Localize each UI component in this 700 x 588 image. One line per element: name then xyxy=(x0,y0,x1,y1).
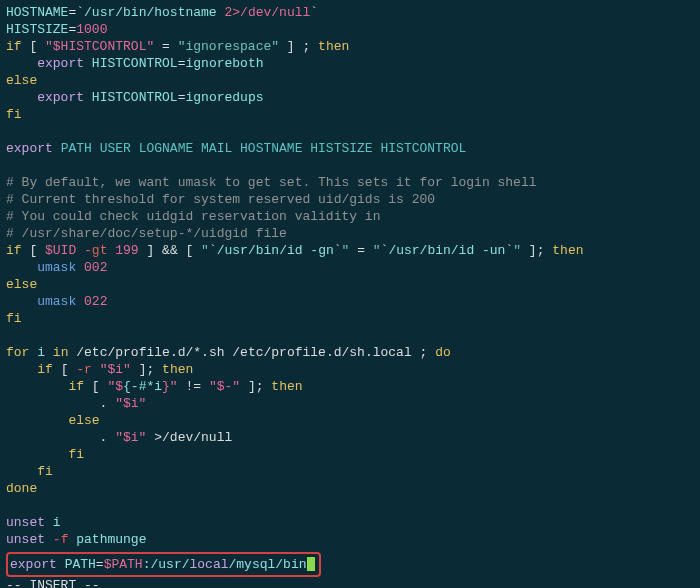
var-name: PATH xyxy=(65,557,96,572)
quote: " xyxy=(201,243,209,258)
cmd: /usr/bin/id -gn xyxy=(217,243,334,258)
var-name: HISTCONTROL xyxy=(92,56,178,71)
devnull: /dev/null xyxy=(162,430,232,445)
editor-content[interactable]: HOSTNAME=`/usr/bin/hostname 2>/dev/null`… xyxy=(6,4,694,548)
keyword-in: in xyxy=(53,345,69,360)
indent xyxy=(6,362,37,377)
keyword-then: then xyxy=(271,379,302,394)
backtick: ` xyxy=(310,5,318,20)
eq-op: = xyxy=(154,39,177,54)
indent xyxy=(6,464,37,479)
space xyxy=(57,557,65,572)
keyword-fi: fi xyxy=(6,311,22,326)
var-name: HISTSIZE xyxy=(6,22,68,37)
path-seg: :/usr/ xyxy=(143,557,190,572)
indent xyxy=(6,294,37,309)
bracket: ]; xyxy=(240,379,271,394)
glob: /etc/profile.d/*.sh /etc/profile.d/sh.lo… xyxy=(76,345,411,360)
amp: && xyxy=(162,243,178,258)
quote: " xyxy=(373,243,381,258)
bracket: [ xyxy=(22,39,45,54)
highlight-box: export PATH=$PATH:/usr/local/mysql/bin xyxy=(6,552,321,577)
redirect: > xyxy=(154,430,162,445)
operator: -gt xyxy=(84,243,107,258)
value: ignoredups xyxy=(185,90,263,105)
indent xyxy=(6,413,68,428)
comment: # Current threshold for system reserved … xyxy=(6,192,435,207)
keyword-if: if xyxy=(68,379,84,394)
mode-indicator: -- INSERT -- xyxy=(6,578,100,588)
space xyxy=(92,362,100,377)
cmd-path: /usr/bin/hostname xyxy=(84,5,224,20)
loop-var: i xyxy=(37,345,45,360)
dot-source: . xyxy=(6,396,115,411)
var-ref: $UID xyxy=(45,243,76,258)
keyword-export: export xyxy=(6,141,53,156)
var-name: HOSTNAME xyxy=(6,5,68,20)
space xyxy=(76,243,84,258)
keyword-if: if xyxy=(6,243,22,258)
keyword-do: do xyxy=(435,345,451,360)
space xyxy=(45,515,53,530)
comment: # By default, we want umask to get set. … xyxy=(6,175,537,190)
keyword-fi: fi xyxy=(68,447,84,462)
value: ignoreboth xyxy=(185,56,263,71)
bracket: ]; xyxy=(521,243,552,258)
cursor-icon xyxy=(307,557,315,571)
path-seg: /mysql/bin xyxy=(229,557,307,572)
keyword-unset: unset xyxy=(6,515,45,530)
keyword-else: else xyxy=(6,277,37,292)
bracket: [ xyxy=(84,379,107,394)
bracket: ] ; xyxy=(279,39,318,54)
comment: # /usr/share/doc/setup-*/uidgid file xyxy=(6,226,287,241)
flag: -f xyxy=(53,532,69,547)
keyword-if: if xyxy=(6,39,22,54)
bracket: [ xyxy=(178,243,201,258)
sep: ; xyxy=(412,345,435,360)
var-ref: "$HISTCONTROL" xyxy=(45,39,154,54)
var-ref: "$i" xyxy=(115,430,146,445)
bracket: ] xyxy=(139,243,162,258)
dot-source: . xyxy=(6,430,115,445)
var-ref: "$i" xyxy=(100,362,131,377)
space xyxy=(76,294,84,309)
cmd-umask: umask xyxy=(37,294,76,309)
backtick: ` xyxy=(334,243,342,258)
redirect: 2>/dev/null xyxy=(224,5,310,20)
keyword-fi: fi xyxy=(6,107,22,122)
func-name: pathmunge xyxy=(76,532,146,547)
keyword-fi: fi xyxy=(37,464,53,479)
var-name: i xyxy=(53,515,61,530)
var-ref: $PATH xyxy=(104,557,143,572)
keyword-else: else xyxy=(6,73,37,88)
eq-op: = xyxy=(349,243,372,258)
keyword-local: local xyxy=(189,557,228,572)
keyword-then: then xyxy=(162,362,193,377)
backtick: ` xyxy=(76,5,84,20)
bracket: ]; xyxy=(131,362,162,377)
quote: " xyxy=(513,243,521,258)
backtick: ` xyxy=(209,243,217,258)
space xyxy=(84,56,92,71)
var-ref: "$ xyxy=(107,379,123,394)
indent xyxy=(6,447,68,462)
bracket: [ xyxy=(53,362,76,377)
var-inner: {-#*i xyxy=(123,379,162,394)
space xyxy=(84,90,92,105)
bracket: [ xyxy=(22,243,45,258)
indent xyxy=(6,260,37,275)
cmd-umask: umask xyxy=(37,260,76,275)
keyword-export: export xyxy=(37,56,84,71)
var-ref: }" xyxy=(162,379,178,394)
space xyxy=(53,141,61,156)
keyword-export: export xyxy=(37,90,84,105)
keyword-then: then xyxy=(552,243,583,258)
equals: = xyxy=(96,557,104,572)
var-ref: "$-" xyxy=(209,379,240,394)
space xyxy=(45,532,53,547)
keyword-done: done xyxy=(6,481,37,496)
keyword-then: then xyxy=(318,39,349,54)
space xyxy=(45,345,53,360)
keyword-export: export xyxy=(10,557,57,572)
indent xyxy=(6,90,37,105)
